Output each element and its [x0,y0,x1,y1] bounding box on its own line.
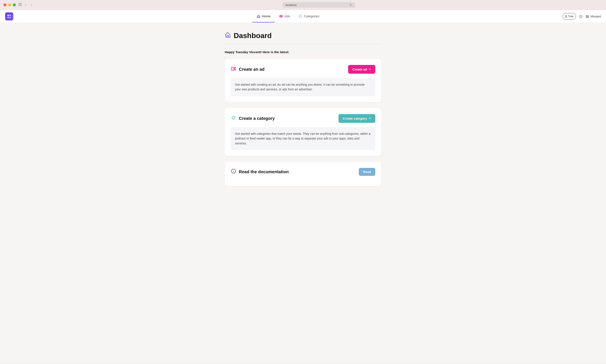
ad-card-icon [231,66,236,73]
dashboard-icon [225,32,231,39]
browser-titlebar: ‹ › localhost ↻ [3,2,603,8]
nav-right: ℹ Trial ⊙ ⊞ Vincent [563,13,601,20]
create-category-button[interactable]: Create category + [339,114,375,123]
help-icon: ⊙ [579,14,583,19]
card-title-group-ad: Create an ad [231,66,264,73]
svg-rect-1 [18,4,22,5]
create-ad-description: Get started with creating an ad. An ad c… [231,78,375,96]
create-category-description: Get started with categories that match y… [231,127,375,150]
trial-label: Trial [568,15,573,18]
nav-item-categories[interactable]: Categories [294,11,324,22]
maximize-button[interactable] [13,3,16,6]
create-category-title: Create a category [239,116,275,121]
user-icon: ⊞ [586,14,589,19]
docs-card-icon [231,168,236,175]
ads-icon [279,14,283,18]
category-card-icon [231,115,236,122]
app-navbar: Home Ads Categories ℹ Trial ⊙ ⊞ [0,10,606,23]
read-docs-card: Read the documentation Read [225,162,381,186]
trial-icon: ℹ [565,14,567,18]
user-label: Vincent [590,14,601,18]
address-bar-inner[interactable]: localhost ↻ [282,2,355,8]
svg-rect-8 [280,16,281,17]
read-docs-button-label: Read [363,170,371,174]
trial-badge[interactable]: ℹ Trial [563,13,576,20]
read-docs-header: Read the documentation Read [231,168,375,176]
plus-icon-ad: + [369,67,371,72]
plus-icon-category: + [369,116,371,121]
create-ad-card: Create an ad Create ad + Get started wit… [225,59,381,102]
nav-label-categories: Categories [304,14,319,18]
create-ad-button[interactable]: Create ad + [348,65,375,74]
svg-rect-5 [7,17,9,18]
url-text: localhost [286,3,296,7]
browser-chrome: ‹ › localhost ↻ [0,0,606,10]
svg-rect-10 [232,68,234,70]
app-logo[interactable] [5,13,13,21]
refresh-button[interactable]: ↻ [350,3,352,7]
minimize-button[interactable] [8,3,11,6]
forward-button[interactable]: › [30,3,32,7]
header-divider [225,44,381,44]
card-title-group-category: Create a category [231,115,275,122]
svg-rect-0 [18,3,22,4]
address-bar: localhost ↻ [35,2,603,8]
card-title-group-docs: Read the documentation [231,168,289,175]
create-category-card: Create a category Create category + Get … [225,108,381,156]
svg-rect-2 [18,5,22,6]
nav-label-ads: Ads [284,14,290,18]
home-icon [257,14,261,18]
create-category-header: Create a category Create category + [231,114,375,123]
page-header: Dashboard [225,31,381,40]
help-button[interactable]: ⊙ [579,14,583,19]
sidebar-toggle-button[interactable] [18,3,22,7]
svg-rect-3 [7,14,9,16]
read-docs-title: Read the documentation [239,169,289,174]
create-category-button-label: Create category [343,117,367,120]
svg-rect-6 [10,17,11,18]
create-ad-title: Create an ad [239,67,264,72]
nav-item-ads[interactable]: Ads [275,11,294,22]
create-ad-header: Create an ad Create ad + [231,65,375,74]
create-ad-button-label: Create ad [352,67,367,71]
categories-icon [299,14,302,18]
back-button[interactable]: ‹ [24,3,27,7]
main-content: Dashboard Happy Tuesday Vincent! Here is… [0,23,606,363]
greeting-text: Happy Tuesday Vincent! Here is the lates… [225,50,381,54]
traffic-lights [3,3,16,6]
nav-center: Home Ads Categories [13,11,563,22]
read-docs-button[interactable]: Read [359,168,375,176]
page-title: Dashboard [234,31,272,40]
close-button[interactable] [3,3,6,6]
nav-label-home: Home [262,14,271,18]
content-wrapper: Dashboard Happy Tuesday Vincent! Here is… [220,31,386,186]
svg-rect-4 [10,14,11,16]
user-menu[interactable]: ⊞ Vincent [586,14,601,19]
nav-item-home[interactable]: Home [252,11,275,22]
